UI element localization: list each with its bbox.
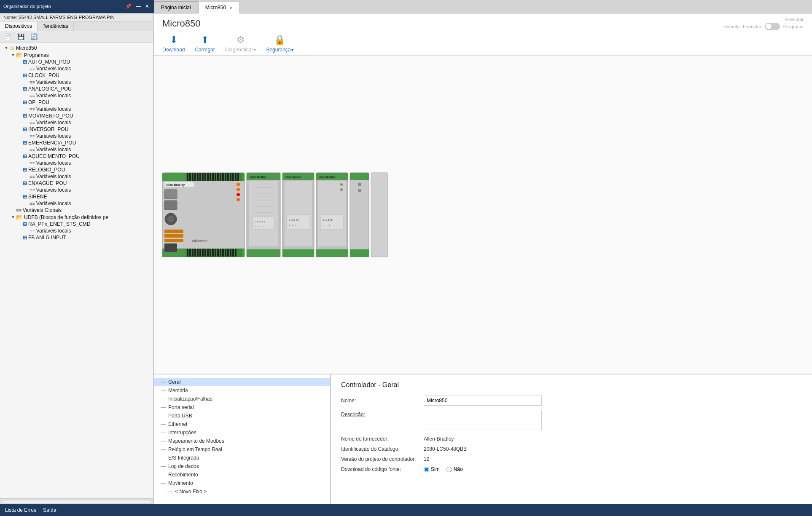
svg-rect-36 (232, 173, 234, 181)
tree-item[interactable]: ≡≡Variáveis locais (0, 133, 153, 139)
svg-text:+ - + - + -: + - + - + - (289, 224, 298, 226)
svg-rect-24 (202, 173, 204, 181)
tree-item[interactable]: ≡≡Variáveis locais (0, 65, 153, 72)
name-input[interactable] (424, 396, 542, 406)
tree-item[interactable]: ⊞ANALOGICA_POU (0, 86, 153, 92)
tree-item[interactable]: ≡≡Variáveis locais (0, 187, 153, 193)
svg-rect-40 (187, 249, 188, 257)
panel-title: Organizador do projeto (3, 4, 121, 9)
panel-minimize-btn[interactable]: — (134, 3, 142, 9)
tree-item[interactable]: ⊞ENXAGUE_POU (0, 180, 153, 187)
upload-btn[interactable]: ⬆ Carregar (195, 35, 215, 53)
svg-rect-51 (215, 249, 216, 257)
prop-item[interactable]: —Movimento (154, 479, 330, 487)
tree-item[interactable]: ⊞FB ANLG INPUT (0, 234, 153, 241)
download-yes-label[interactable]: Sim (424, 466, 440, 472)
download-btn[interactable]: ⬇ Download (162, 35, 185, 53)
svg-rect-46 (202, 249, 204, 257)
tree-item[interactable]: ≡≡Variáveis Globais (0, 207, 153, 214)
tree-item[interactable]: ≡≡Variáveis locais (0, 119, 153, 126)
tree-item[interactable]: ≡≡Variáveis locais (0, 173, 153, 180)
tree-item[interactable]: ≡≡Variáveis locais (0, 227, 153, 234)
panel-close-btn[interactable]: ✕ (144, 3, 151, 9)
svg-rect-45 (199, 249, 201, 257)
prop-item[interactable]: —Porta USB (154, 412, 330, 420)
tree-item[interactable]: ≡≡Variáveis locais (0, 92, 153, 99)
status-errors[interactable]: Lista de Erros (5, 507, 36, 513)
mode-toggle[interactable] (765, 23, 780, 30)
panel-pin-btn[interactable]: 📌 (124, 3, 133, 9)
vendor-label: Nome do fornecedor: (341, 436, 417, 442)
security-label: Segurança (266, 47, 290, 53)
tree-item[interactable]: ⊞RELOGIO_POU (0, 166, 153, 173)
tree-item[interactable]: ≡≡Variáveis locais (0, 146, 153, 153)
tree-item[interactable]: ≡≡Variáveis locais (0, 200, 153, 207)
tree-item[interactable]: ≡≡Variáveis locais (0, 79, 153, 86)
prop-item[interactable]: —Inicialização/Falhas (154, 395, 330, 403)
svg-text:+ - + - + -: + - + - + - (255, 225, 264, 228)
tab-micro850-close[interactable]: ✕ (229, 5, 233, 10)
tree-item[interactable]: ▼📂UDFB (Blocos de função definidos pe (0, 214, 153, 221)
svg-point-95 (358, 183, 361, 186)
status-output[interactable]: Saída (43, 507, 56, 513)
svg-text:0 1 2 3 4 5: 0 1 2 3 4 5 (255, 220, 265, 223)
tree-item[interactable]: ▼🖥Micro850 (0, 44, 153, 51)
tab-micro850[interactable]: Micro850 ✕ (198, 2, 240, 13)
svg-rect-48 (207, 249, 209, 257)
download-yes-radio[interactable] (424, 467, 429, 472)
tree-item[interactable]: ⊞AUTO_MAN_POU (0, 59, 153, 65)
right-panel: Micro850 Executar Remoto Executar Progra… (154, 13, 812, 504)
download-no-radio[interactable] (446, 467, 452, 472)
toolbar-refresh-btn[interactable]: 🔄 (28, 32, 40, 41)
prop-item[interactable]: —Relógio em Tempo Real (154, 445, 330, 454)
tree-item[interactable]: ⊞EMERGENCIA_POU (0, 139, 153, 146)
prop-item[interactable]: —< Novo Eixo > (154, 487, 330, 496)
security-icon: 🔒 (274, 35, 285, 45)
tab-home[interactable]: Página inicial (154, 1, 198, 13)
svg-rect-6 (164, 201, 177, 210)
diagnose-btn[interactable]: ⚙ Diagnosticar ▾ (225, 35, 256, 53)
tree-item[interactable]: ≡≡Variáveis locais (0, 106, 153, 112)
description-input[interactable] (424, 410, 542, 430)
prop-item[interactable]: —Interrupções (154, 428, 330, 437)
project-tree: ▼🖥Micro850▼📂Programas⊞AUTO_MAN_POU≡≡Vari… (0, 43, 153, 498)
download-no-label[interactable]: Não (446, 466, 463, 472)
prop-item[interactable]: —Geral (154, 378, 330, 386)
plc-visualization-area: Allen-Bradley (154, 56, 812, 374)
tree-item[interactable]: ⊞OP_POU (0, 99, 153, 106)
prop-item[interactable]: —E/S Integrada (154, 454, 330, 462)
security-btn[interactable]: 🔒 Segurança ▾ (266, 35, 293, 53)
svg-rect-13 (164, 230, 183, 233)
toolbar-save-btn[interactable]: 💾 (15, 32, 27, 41)
prop-item[interactable]: —Ethernet (154, 420, 330, 428)
tree-item[interactable]: ⊞SIRENE (0, 193, 153, 200)
panel-controls: 📌 — ✕ (124, 3, 151, 9)
toolbar-new-btn[interactable]: 📄 (2, 32, 14, 41)
tab-trends[interactable]: Tendências (38, 21, 74, 31)
details-title: Controlador - Geral (341, 381, 802, 389)
tree-item[interactable]: ⊞AQUECIMENTO_POU (0, 153, 153, 160)
prop-item[interactable]: —Porta serial (154, 403, 330, 412)
tree-item[interactable]: ⊞RA_PFx_ENET_STS_CMD (0, 221, 153, 227)
svg-rect-50 (212, 249, 214, 257)
svg-rect-35 (230, 173, 231, 181)
tree-item[interactable]: ▼📂Programas (0, 51, 153, 59)
svg-rect-20 (192, 173, 194, 181)
prop-item[interactable]: —Memória (154, 386, 330, 395)
svg-text:Allen-Bradley: Allen-Bradley (285, 176, 302, 178)
prop-item[interactable]: —Mapeamento de Modbus (154, 437, 330, 445)
details-panel: Controlador - Geral Nome: Descrição: (331, 374, 812, 504)
tree-item[interactable]: ⊞INVERSOR_POU (0, 126, 153, 133)
prop-item[interactable]: —Log de dados (154, 462, 330, 471)
status-bar: Lista de Erros Saída (0, 504, 812, 516)
content-toolbar: ⬇ Download ⬆ Carregar ⚙ Diagnosticar ▾ 🔒 (154, 32, 812, 56)
tree-item[interactable]: ⊞CLOCK_POU (0, 72, 153, 79)
tree-item[interactable]: ≡≡Variáveis locais (0, 160, 153, 166)
svg-point-9 (237, 183, 240, 186)
download-icon: ⬇ (170, 35, 177, 45)
svg-rect-31 (220, 173, 221, 181)
prop-item[interactable]: —Recebimento (154, 471, 330, 479)
tree-item[interactable]: ⊞MOVIMENTO_POU (0, 112, 153, 119)
svg-rect-63 (247, 249, 280, 257)
tab-devices[interactable]: Dispositivos (0, 21, 38, 31)
